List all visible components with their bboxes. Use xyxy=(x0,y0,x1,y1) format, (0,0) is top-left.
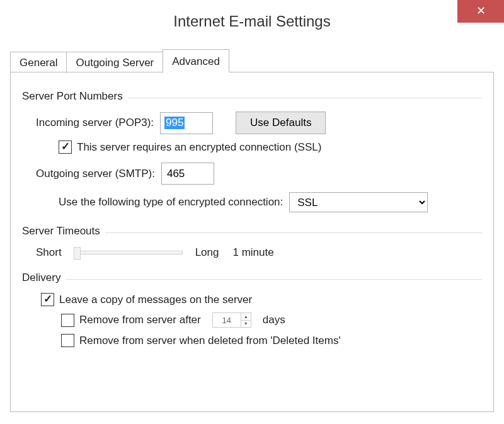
group-delivery-label: Delivery xyxy=(22,272,60,284)
timeout-short-label: Short xyxy=(36,246,62,259)
timeout-slider[interactable] xyxy=(74,251,183,255)
group-server-port-numbers: Server Port Numbers xyxy=(22,90,482,103)
use-defaults-button[interactable]: Use Defaults xyxy=(236,112,326,134)
outgoing-server-port-input[interactable] xyxy=(161,163,214,185)
chevron-up-icon[interactable]: ▲ xyxy=(241,313,251,321)
slider-thumb-icon xyxy=(74,247,81,260)
ssl-required-checkbox[interactable]: This server requires an encrypted connec… xyxy=(59,140,321,154)
timeout-long-label: Long xyxy=(195,246,219,259)
encryption-type-label: Use the following type of encrypted conn… xyxy=(59,196,283,209)
window-title: Internet E-mail Settings xyxy=(173,13,330,30)
tab-advanced[interactable]: Advanced xyxy=(163,49,229,72)
remove-when-deleted-checkbox[interactable]: Remove from server when deleted from 'De… xyxy=(61,334,341,347)
timeout-value-label: 1 minute xyxy=(232,246,273,259)
tab-general[interactable]: General xyxy=(10,52,67,73)
incoming-server-label: Incoming server (POP3): xyxy=(36,117,154,129)
remove-after-label-suffix: days xyxy=(263,314,285,326)
leave-copy-label: Leave a copy of messages on the server xyxy=(59,294,252,306)
checkbox-icon xyxy=(41,293,54,306)
remove-after-checkbox[interactable]: Remove from server after xyxy=(61,314,201,327)
outgoing-server-label: Outgoing server (SMTP): xyxy=(36,168,155,180)
group-server-timeouts-label: Server Timeouts xyxy=(22,225,100,238)
remove-when-deleted-label: Remove from server when deleted from 'De… xyxy=(79,335,341,347)
group-server-port-numbers-label: Server Port Numbers xyxy=(22,90,123,103)
divider xyxy=(128,98,482,98)
remove-after-days-value: 14 xyxy=(213,316,241,325)
tab-panel-advanced: Server Port Numbers Incoming server (POP… xyxy=(10,72,494,412)
tab-strip: General Outgoing Server Advanced xyxy=(10,49,494,72)
spinner-arrows: ▲ ▼ xyxy=(241,313,251,327)
close-button[interactable]: ✕ xyxy=(457,0,504,23)
leave-copy-checkbox[interactable]: Leave a copy of messages on the server xyxy=(41,293,252,306)
checkbox-icon xyxy=(61,334,74,347)
checkbox-icon xyxy=(59,140,72,154)
remove-after-days-spinner[interactable]: 14 ▲ ▼ xyxy=(212,312,251,328)
titlebar: Internet E-mail Settings ✕ xyxy=(0,0,504,35)
remove-after-label-prefix: Remove from server after xyxy=(79,314,201,326)
chevron-down-icon[interactable]: ▼ xyxy=(241,321,251,328)
group-server-timeouts: Server Timeouts xyxy=(22,225,482,238)
divider xyxy=(66,279,482,280)
encryption-type-select[interactable]: SSL xyxy=(289,192,428,212)
incoming-server-port-input[interactable]: 995 xyxy=(160,112,213,134)
divider xyxy=(105,232,482,233)
checkbox-icon xyxy=(61,314,74,327)
ssl-required-label: This server requires an encrypted connec… xyxy=(77,141,321,154)
close-icon: ✕ xyxy=(476,4,486,17)
tab-outgoing-server[interactable]: Outgoing Server xyxy=(66,52,163,73)
group-delivery: Delivery xyxy=(22,272,482,284)
incoming-server-port-value: 995 xyxy=(164,117,185,129)
